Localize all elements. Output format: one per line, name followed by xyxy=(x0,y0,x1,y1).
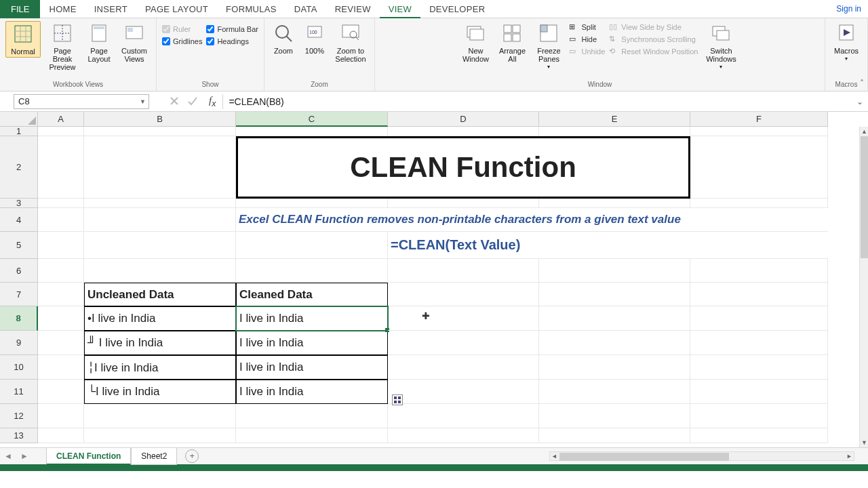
formula-bar-expand-icon[interactable]: ⌄ xyxy=(854,97,865,106)
vertical-scrollbar[interactable]: ▲ ▼ xyxy=(859,127,868,447)
group-workbook-views: Normal Page Break Preview Page Layout Cu… xyxy=(0,18,157,91)
cell-b10[interactable]: ╎I live in India xyxy=(84,355,236,380)
row-header-6[interactable]: 6 xyxy=(0,259,38,283)
row-header-12[interactable]: 12 xyxy=(0,404,38,428)
svg-text:100: 100 xyxy=(309,30,317,35)
row-header-2[interactable]: 2 xyxy=(0,136,38,199)
col-header-d[interactable]: D xyxy=(388,112,539,127)
arrange-all-button[interactable]: Arrange All xyxy=(496,21,528,64)
page-layout-button[interactable]: Page Layout xyxy=(84,21,114,64)
tab-developer[interactable]: DEVELOPER xyxy=(420,0,494,18)
group-zoom: Zoom 100 100% Zoom to Selection Zoom xyxy=(264,18,375,91)
cell-c9[interactable]: I live in India xyxy=(236,331,388,355)
normal-view-icon xyxy=(12,23,34,45)
tab-page-layout[interactable]: PAGE LAYOUT xyxy=(136,0,217,18)
fx-icon[interactable]: fx xyxy=(209,95,216,108)
headings-checkbox[interactable]: Headings xyxy=(206,37,258,45)
tab-formulas[interactable]: FORMULAS xyxy=(217,0,285,18)
row-header-1[interactable]: 1 xyxy=(0,127,38,136)
enter-formula-icon[interactable] xyxy=(187,96,198,107)
ruler-checkbox[interactable]: Ruler xyxy=(162,25,202,33)
name-box-dropdown-icon[interactable]: ▼ xyxy=(140,98,146,105)
hscroll-left-icon[interactable]: ◄ xyxy=(551,453,557,460)
zoom-100-button[interactable]: 100 100% xyxy=(301,21,328,56)
sign-in-link[interactable]: Sign in xyxy=(836,4,861,14)
new-window-button[interactable]: New Window xyxy=(459,21,492,64)
page-break-icon xyxy=(52,22,73,44)
syntax-cell[interactable]: =CLEAN(Text Value) xyxy=(388,232,828,259)
split-button[interactable]: ⊞Split xyxy=(569,22,605,32)
cell-c8-selected[interactable]: I live in India xyxy=(236,306,388,331)
gridlines-checkbox[interactable]: Gridlines xyxy=(162,37,202,45)
row-header-5[interactable]: 5 xyxy=(0,232,38,259)
view-side-by-side-button[interactable]: ▯▯View Side by Side xyxy=(609,22,698,32)
sheet-tab-sheet2[interactable]: Sheet2 xyxy=(131,448,177,465)
tab-data[interactable]: DATA xyxy=(285,0,326,18)
row-header-8[interactable]: 8 xyxy=(0,306,38,331)
sheet-nav-next-icon[interactable]: ► xyxy=(16,451,33,461)
switch-windows-button[interactable]: Switch Windows▾ xyxy=(702,21,740,73)
normal-view-button[interactable]: Normal xyxy=(5,21,41,58)
svg-rect-22 xyxy=(513,25,520,33)
page-break-preview-button[interactable]: Page Break Preview xyxy=(45,21,80,73)
cell-b9[interactable]: ╜ I live in India xyxy=(84,331,236,355)
tab-insert[interactable]: INSERT xyxy=(85,0,136,18)
autofill-options-button[interactable] xyxy=(392,394,403,405)
scroll-down-icon[interactable]: ▼ xyxy=(861,439,867,446)
tab-view[interactable]: VIEW xyxy=(380,0,420,18)
synchronous-scrolling-button[interactable]: ⇅Synchronous Scrolling xyxy=(609,35,698,44)
header-uncleaned[interactable]: Uncleaned Data xyxy=(84,283,236,306)
col-header-e[interactable]: E xyxy=(539,112,690,127)
split-icon: ⊞ xyxy=(569,22,578,32)
vscroll-thumb[interactable] xyxy=(861,136,868,258)
zoom-icon xyxy=(273,22,294,44)
scroll-up-icon[interactable]: ▲ xyxy=(861,128,867,135)
cell-b11[interactable]: └I live in India xyxy=(84,380,236,404)
sheet-nav-prev-icon[interactable]: ◄ xyxy=(0,451,16,461)
formula-bar-checkbox[interactable]: Formula Bar xyxy=(206,25,258,33)
freeze-panes-button[interactable]: Freeze Panes▾ xyxy=(532,21,565,73)
row-header-10[interactable]: 10 xyxy=(0,355,38,380)
col-header-f[interactable]: F xyxy=(690,112,828,127)
col-header-b[interactable]: B xyxy=(84,112,236,127)
add-sheet-button[interactable]: + xyxy=(185,449,199,463)
horizontal-scrollbar[interactable]: ◄ ► xyxy=(549,451,854,461)
formula-input[interactable]: =CLEAN(B8) xyxy=(222,94,854,109)
cell-c10[interactable]: I live in India xyxy=(236,355,388,380)
cell-b8[interactable]: •I live in India xyxy=(84,306,236,331)
svg-rect-0 xyxy=(15,26,31,42)
select-all-button[interactable] xyxy=(0,112,38,127)
file-tab[interactable]: FILE xyxy=(0,0,40,18)
macros-button[interactable]: Macros▾ xyxy=(831,21,862,64)
header-cleaned[interactable]: Cleaned Data xyxy=(236,283,388,306)
col-header-a[interactable]: A xyxy=(38,112,84,127)
row-header-4[interactable]: 4 xyxy=(0,208,38,232)
hscroll-thumb[interactable] xyxy=(559,453,729,461)
tab-home[interactable]: HOME xyxy=(40,0,85,18)
row-header-3[interactable]: 3 xyxy=(0,199,38,208)
unhide-button[interactable]: ▭Unhide xyxy=(569,47,605,56)
description-cell[interactable]: Excel CLEAN Function removes non-printab… xyxy=(236,208,828,232)
sheet-tab-clean-function[interactable]: CLEAN Function xyxy=(46,448,131,465)
svg-rect-33 xyxy=(394,396,397,399)
row-header-7[interactable]: 7 xyxy=(0,283,38,306)
zoom-to-selection-button[interactable]: Zoom to Selection xyxy=(332,21,369,64)
collapse-ribbon-button[interactable]: ˄ xyxy=(860,79,864,88)
zoom-button[interactable]: Zoom xyxy=(270,21,297,56)
tab-review[interactable]: REVIEW xyxy=(326,0,380,18)
custom-views-button[interactable]: Custom Views xyxy=(118,21,151,64)
macros-icon xyxy=(835,22,857,44)
hide-button[interactable]: ▭Hide xyxy=(569,35,605,44)
reset-pos-icon: ⟲ xyxy=(609,47,618,56)
name-box[interactable]: C8 ▼ xyxy=(14,94,149,109)
cancel-formula-icon[interactable] xyxy=(170,96,180,107)
col-header-c[interactable]: C xyxy=(236,112,388,127)
worksheet-grid[interactable]: A B C D E F 1 2 CLEAN Function 3 4 xyxy=(0,112,868,447)
row-header-11[interactable]: 11 xyxy=(0,380,38,404)
title-cell[interactable]: CLEAN Function xyxy=(236,136,690,199)
reset-window-position-button[interactable]: ⟲Reset Window Position xyxy=(609,47,698,56)
cell-c11[interactable]: I live in India xyxy=(236,380,388,404)
hscroll-right-icon[interactable]: ► xyxy=(846,453,852,460)
row-header-13[interactable]: 13 xyxy=(0,428,38,443)
row-header-9[interactable]: 9 xyxy=(0,331,38,355)
